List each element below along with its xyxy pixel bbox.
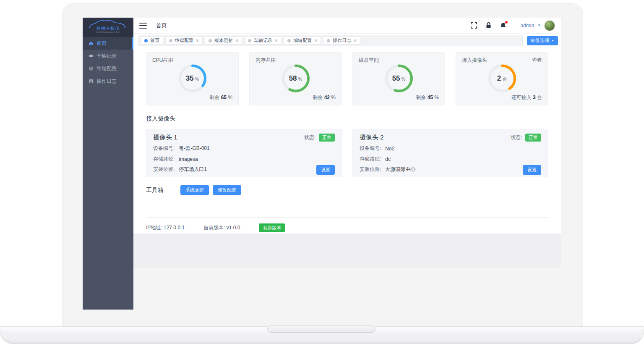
tabstrip: 首页 终端配置 × 版本更新 × 车辆记录 ×	[138, 35, 523, 46]
stat-card-cpu: CPU占用 35 % 剩余 65 %	[146, 52, 239, 105]
stat-footer: 剩余 65 %	[209, 94, 232, 101]
sidebar-item-label: 操作日志	[96, 78, 117, 85]
tab-home[interactable]: 首页	[141, 37, 163, 45]
stat-card-disk: 磁盘空间 55 % 剩余 45 %	[352, 52, 445, 105]
avatar[interactable]	[544, 20, 555, 31]
sidebar-item-terminal-config[interactable]: 终端配置	[83, 62, 133, 75]
cameras-section-title: 接入摄像头	[146, 115, 548, 123]
sidebar-item-vehicle-records[interactable]: 车辆记录	[83, 50, 133, 62]
camera-settings-button[interactable]: 设置	[523, 165, 541, 175]
brand-logo: 终端分析仪 TERMINAL ANALYZER	[83, 18, 133, 37]
toolbox-section: 工具箱 系统更新 修改配置	[146, 185, 548, 195]
location-field: 安装位置: 停车场入口1 设置	[153, 166, 335, 173]
new-version-badge[interactable]: 有新版本	[259, 223, 285, 232]
camera-title: 摄像头 2	[360, 134, 384, 142]
camera-title: 摄像头 1	[153, 134, 177, 142]
camera-card-2: 摄像头 2 状态: 正常 设备编号: No2 存储路径: dc	[352, 129, 548, 177]
lock-icon[interactable]	[485, 22, 492, 29]
brand-name: 终端分析仪	[83, 26, 133, 32]
stats-row: CPU占用 35 % 剩余 65 %	[146, 52, 548, 105]
chevron-down-icon: ▼	[551, 39, 554, 42]
stat-unit: %	[402, 75, 406, 81]
camera-settings-button[interactable]: 设置	[316, 165, 335, 175]
device-no-field: 设备编号: No2	[360, 145, 541, 152]
stat-unit: %	[298, 75, 302, 81]
tab-label: 版本更新	[214, 37, 233, 44]
sidebar-menu: 首页 车辆记录 终端配置 操	[83, 37, 133, 87]
tag-options-button[interactable]: 标签选项▼	[527, 36, 558, 45]
stat-card-memory: 内存占用 58 % 剩余 42 %	[249, 52, 342, 105]
bell-icon[interactable]	[500, 22, 507, 29]
dashboard-content: CPU占用 35 % 剩余 65 %	[133, 47, 561, 234]
stat-footer: 剩余 45 %	[416, 94, 439, 101]
system-update-button[interactable]: 系统更新	[180, 185, 209, 195]
location-field: 安装位置: 大源国际中心 设置	[360, 166, 541, 173]
main-area: 首页	[133, 18, 561, 310]
sidebar-item-home[interactable]: 首页	[83, 37, 133, 50]
status-badge: 正常	[525, 134, 541, 142]
toolbox-title: 工具箱	[146, 186, 164, 194]
storage-path-field: 存储路径: imagesa	[153, 155, 335, 163]
cpu-ring-gauge: 35 %	[177, 63, 208, 93]
tab-operation-log[interactable]: 操作日志 ×	[323, 37, 360, 45]
tab-vehicle-records[interactable]: 车辆记录 ×	[244, 37, 282, 45]
stat-title: 磁盘空间	[359, 57, 379, 64]
tab-terminal-config[interactable]: 终端配置 ×	[165, 37, 203, 45]
tab-dot	[248, 39, 251, 42]
status-label: 状态:	[304, 134, 315, 141]
app-window: 终端分析仪 TERMINAL ANALYZER 首页 车辆记录	[83, 18, 561, 310]
storage-path-field: 存储路径: dc	[360, 155, 541, 163]
stat-unit: %	[195, 75, 199, 81]
sidebar-item-operation-log[interactable]: 操作日志	[83, 75, 133, 87]
tab-label: 操作日志	[333, 37, 351, 44]
stat-value: 55	[392, 74, 400, 82]
laptop-hinge-notch	[267, 326, 375, 333]
tags-view-bar: 首页 终端配置 × 版本更新 × 车辆记录 ×	[133, 34, 561, 47]
close-icon[interactable]: ×	[196, 38, 199, 43]
stat-unit: 台	[502, 74, 507, 82]
view-link[interactable]: 查看	[532, 57, 542, 64]
top-navbar: 首页	[133, 18, 561, 34]
breadcrumb: 首页	[156, 22, 167, 29]
tab-dot	[144, 39, 148, 42]
tab-version-update[interactable]: 版本更新 ×	[205, 37, 242, 45]
close-icon[interactable]: ×	[275, 38, 278, 43]
stat-title: 接入摄像头	[462, 57, 487, 64]
car-icon	[89, 53, 94, 58]
modify-config-button[interactable]: 修改配置	[213, 185, 241, 195]
sidebar-item-label: 车辆记录	[96, 53, 117, 60]
user-menu[interactable]: admin ▼	[520, 20, 555, 31]
tab-label: 终端配置	[175, 37, 193, 44]
current-version: 当前版本: v1.0.0	[203, 224, 240, 231]
tab-dot	[209, 39, 212, 42]
brand-subtitle: TERMINAL ANALYZER	[83, 31, 133, 33]
stat-title: CPU占用	[152, 57, 173, 64]
page-background-strip	[133, 234, 561, 268]
sidebar: 终端分析仪 TERMINAL ANALYZER 首页 车辆记录	[83, 18, 133, 310]
tab-label: 首页	[150, 37, 159, 44]
hamburger-menu-icon[interactable]	[139, 23, 147, 29]
status-badge: 正常	[319, 134, 335, 142]
home-icon	[89, 41, 94, 46]
tab-edit-config[interactable]: 编辑配置 ×	[284, 37, 321, 45]
camera-card-1: 摄像头 1 状态: 正常 设备编号: 粤-监-GB-001 存储路径: imag…	[146, 129, 342, 177]
log-icon	[89, 79, 94, 84]
tab-dot	[327, 39, 330, 42]
tab-label: 编辑配置	[293, 37, 312, 44]
close-icon[interactable]: ×	[314, 38, 317, 43]
memory-ring-gauge: 58 %	[281, 63, 311, 93]
stat-value: 35	[186, 74, 194, 82]
tab-label: 车辆记录	[254, 37, 272, 44]
fullscreen-icon[interactable]	[470, 22, 477, 29]
disk-ring-gauge: 55 %	[384, 63, 414, 93]
ip-address: IP地址: 127.0.0.1	[146, 224, 185, 231]
sidebar-item-label: 终端配置	[96, 65, 117, 72]
stat-footer: 剩余 42 %	[313, 94, 336, 101]
close-icon[interactable]: ×	[235, 38, 238, 43]
tab-dot	[169, 39, 172, 42]
chevron-down-icon: ▼	[537, 24, 541, 27]
close-icon[interactable]: ×	[354, 38, 357, 43]
device-no-field: 设备编号: 粤-监-GB-001	[153, 145, 335, 152]
camera-ring-gauge: 2 台	[487, 63, 517, 93]
stat-value: 58	[289, 74, 297, 82]
